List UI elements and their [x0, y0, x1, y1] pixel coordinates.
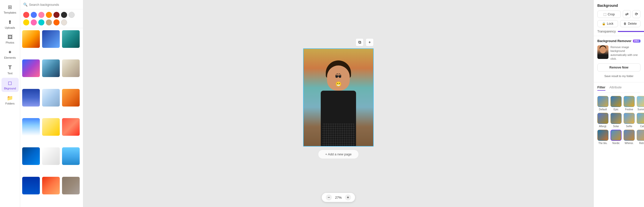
filter-nordic-label: Nordic	[612, 142, 620, 145]
bg-thumb-8[interactable]	[42, 89, 60, 107]
bg-thumb-4[interactable]	[22, 59, 40, 77]
color-swatch-cream[interactable]	[61, 19, 67, 25]
filter-nordic[interactable]: Nordic	[610, 130, 622, 145]
color-swatch-dark[interactable]	[61, 12, 67, 18]
bg-thumb-5[interactable]	[42, 59, 60, 77]
filter-retro[interactable]: Retro	[637, 130, 644, 145]
filter-selfie[interactable]: Selfie	[624, 113, 635, 128]
rotate-button[interactable]: ⟳	[632, 10, 640, 18]
zoom-out-button[interactable]: −	[326, 194, 332, 200]
sidebar-item-elements-label: Elements	[4, 56, 16, 59]
canvas-frame[interactable]: 🕶 😁	[303, 48, 374, 147]
color-swatch-orangered[interactable]	[53, 19, 60, 25]
bg-thumb-16[interactable]	[22, 177, 40, 194]
background-panel: 🔍	[20, 0, 83, 207]
remover-content: Remove image background automatically wi…	[597, 45, 640, 61]
filter-solar[interactable]: Solar	[610, 113, 622, 128]
filter-festive[interactable]: Festive	[624, 96, 635, 111]
duplicate-button[interactable]: ⧉	[356, 38, 364, 46]
filter-selfie-thumb	[624, 113, 635, 124]
filter-festive-thumb	[624, 96, 635, 107]
crop-button[interactable]: ⬚ Crop	[597, 11, 621, 18]
sidebar-item-photos[interactable]: 🖼 Photos	[2, 32, 19, 46]
right-panel: Background ⬚ Crop ⇄ ⟳ 🔒 Lock 🗑 Delete Tr…	[594, 0, 644, 207]
filter-epic[interactable]: Epic	[610, 96, 622, 111]
add-page-button[interactable]: + Add a new page	[318, 150, 359, 159]
filter-whimsi[interactable]: Whimsi.	[624, 130, 635, 145]
bg-remover-section: Background Remover PRO Remove image back…	[594, 36, 644, 82]
folders-icon: 📁	[7, 95, 13, 101]
bg-thumb-1[interactable]	[22, 30, 40, 48]
color-swatch-teal[interactable]	[38, 19, 44, 25]
bg-thumb-2[interactable]	[42, 30, 60, 48]
sidebar-item-text-label: Text	[7, 72, 12, 75]
filter-tabs: Filter Attribute	[597, 85, 640, 93]
bg-thumb-10[interactable]	[22, 118, 40, 136]
color-swatch-red[interactable]	[23, 12, 29, 18]
face: 🕶 😁	[327, 65, 350, 91]
sidebar-item-uploads-label: Uploads	[5, 26, 15, 29]
bg-thumb-18[interactable]	[62, 177, 80, 194]
filter-afterglow[interactable]: Aftergl.	[597, 113, 608, 128]
filter-cali[interactable]: Cali	[637, 113, 644, 128]
lock-button[interactable]: 🔒 Lock	[597, 20, 618, 27]
filter-theblu[interactable]: The blu.	[597, 130, 608, 145]
bg-thumb-7[interactable]	[22, 89, 40, 107]
filter-summer[interactable]: Summer	[637, 96, 644, 111]
bg-thumb-15[interactable]	[62, 147, 80, 165]
sidebar-item-text[interactable]: T Text	[2, 62, 19, 77]
color-swatch-blue[interactable]	[31, 12, 37, 18]
filter-festive-label: Festive	[625, 108, 633, 111]
delete-button[interactable]: 🗑 Delete	[620, 20, 641, 27]
remove-now-button[interactable]: Remove Now	[597, 63, 640, 72]
sidebar-item-elements[interactable]: ✦ Elements	[2, 47, 19, 61]
color-swatch-light[interactable]	[69, 12, 75, 18]
sidebar-item-uploads[interactable]: ⬆ Uploads	[2, 17, 19, 31]
delete-icon: 🗑	[624, 22, 627, 25]
remover-thumbnail	[597, 45, 608, 59]
sidebar-item-background[interactable]: ◻ Bkground	[2, 78, 19, 92]
filter-theblu-thumb	[597, 130, 608, 141]
color-swatches	[20, 9, 83, 28]
filter-section: Filter Attribute Default Epic Festive Su…	[594, 82, 644, 207]
bg-thumb-12[interactable]	[62, 118, 80, 136]
color-swatch-tan[interactable]	[46, 19, 52, 25]
text-icon: T	[8, 64, 12, 71]
color-swatch-hotpink[interactable]	[31, 19, 37, 25]
filter-default[interactable]: Default	[597, 96, 608, 111]
filter-afterglow-thumb	[597, 113, 608, 124]
filter-cali-label: Cali	[640, 125, 644, 128]
tab-filter[interactable]: Filter	[597, 85, 605, 91]
sidebar-item-templates[interactable]: ⊞ Templates	[2, 2, 19, 16]
flip-button[interactable]: ⇄	[623, 10, 631, 18]
filter-summer-thumb	[637, 96, 644, 107]
filter-whimsi-thumb	[624, 130, 635, 141]
bg-thumb-13[interactable]	[22, 147, 40, 165]
tab-attribute[interactable]: Attribute	[609, 85, 622, 91]
bg-thumb-6[interactable]	[62, 59, 80, 77]
bg-thumb-17[interactable]	[42, 177, 60, 194]
zoom-in-button[interactable]: +	[345, 194, 351, 200]
transparency-slider[interactable]	[618, 31, 644, 32]
filter-nordic-thumb	[610, 130, 622, 141]
outfit-pattern	[322, 123, 355, 147]
save-folder-button[interactable]: Save result to my folder	[597, 73, 640, 79]
sidebar-item-templates-label: Templates	[4, 11, 16, 14]
filter-default-thumb	[597, 96, 608, 107]
add-button[interactable]: +	[366, 38, 374, 46]
remover-title: Background Remover	[597, 39, 631, 43]
remover-thumb-face	[600, 46, 606, 53]
color-swatch-yellow[interactable]	[23, 19, 29, 25]
bg-thumb-3[interactable]	[62, 30, 80, 48]
color-swatch-darkred[interactable]	[53, 12, 60, 18]
bg-thumb-11[interactable]	[42, 118, 60, 136]
search-icon: 🔍	[23, 3, 27, 7]
bg-thumb-9[interactable]	[62, 89, 80, 107]
bg-thumb-14[interactable]	[42, 147, 60, 165]
photos-icon: 🖼	[8, 34, 13, 40]
color-swatch-pink[interactable]	[38, 12, 44, 18]
sidebar-item-folders[interactable]: 📁 Folders	[2, 93, 19, 107]
color-swatch-orange[interactable]	[46, 12, 52, 18]
body-outfit	[321, 91, 356, 146]
search-input[interactable]	[29, 3, 80, 7]
